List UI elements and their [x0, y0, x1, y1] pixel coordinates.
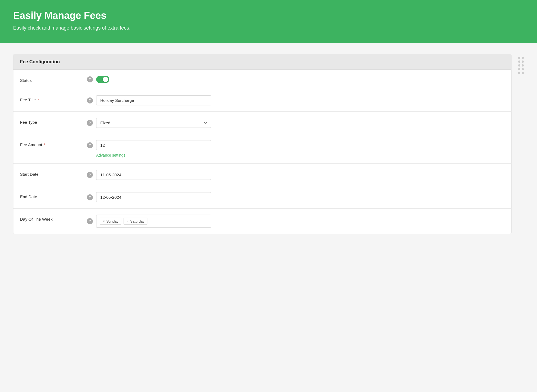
header-banner: Easily Manage Fees Easily check and mana…: [0, 0, 537, 43]
day-of-week-field-row: ? × Sunday × Saturday: [87, 215, 505, 228]
status-toggle[interactable]: [96, 76, 109, 83]
fee-type-label-col: Fee Type: [20, 118, 80, 125]
start-date-label-col: Start Date: [20, 170, 80, 177]
fee-type-help-icon[interactable]: ?: [87, 120, 93, 126]
fee-amount-required: *: [44, 142, 45, 147]
fee-title-help-icon[interactable]: ?: [87, 97, 93, 103]
fee-type-row: Fee Type ? Fixed Percentage Custom: [13, 112, 511, 134]
fee-amount-input[interactable]: [96, 140, 211, 150]
day-tag-saturday-remove[interactable]: ×: [127, 219, 128, 223]
fee-type-label: Fee Type: [20, 120, 37, 125]
dot-5-2: [522, 72, 524, 74]
end-date-label: End Date: [20, 194, 37, 199]
end-date-label-col: End Date: [20, 192, 80, 199]
start-date-row: Start Date ?: [13, 164, 511, 186]
fee-title-row: Fee Title * ?: [13, 89, 511, 112]
fee-title-input[interactable]: [96, 95, 211, 105]
fee-amount-label: Fee Amount: [20, 142, 42, 147]
fee-amount-label-col: Fee Amount *: [20, 140, 80, 147]
dot-1-2: [522, 57, 524, 59]
fee-type-field-col: ? Fixed Percentage Custom: [87, 118, 505, 128]
fee-amount-row: Fee Amount * ? Advance settings: [13, 134, 511, 164]
start-date-help-icon[interactable]: ?: [87, 172, 93, 178]
fee-amount-field-row: ?: [87, 140, 505, 150]
fee-amount-help-icon[interactable]: ?: [87, 142, 93, 148]
card-header: Fee Configuration: [13, 54, 511, 70]
end-date-field-row: ?: [87, 192, 505, 202]
dot-3-1: [518, 64, 520, 67]
page-subtitle: Easily check and manage basic settings o…: [13, 25, 524, 31]
status-label: Status: [20, 78, 32, 83]
fee-amount-field-col: ? Advance settings: [87, 140, 505, 157]
fee-title-label: Fee Title: [20, 97, 36, 102]
status-field-col: ?: [87, 76, 505, 83]
end-date-field-col: ?: [87, 192, 505, 202]
start-date-input[interactable]: [96, 170, 211, 180]
start-date-field-col: ?: [87, 170, 505, 180]
day-of-week-label: Day Of The Week: [20, 217, 53, 221]
fee-type-field-row: ? Fixed Percentage Custom: [87, 118, 505, 128]
end-date-row: End Date ?: [13, 186, 511, 209]
fee-title-field-col: ?: [87, 95, 505, 105]
end-date-input[interactable]: [96, 192, 211, 202]
dots-row-3: [518, 64, 524, 67]
status-label-col: Status: [20, 76, 80, 83]
dot-2-1: [518, 60, 520, 63]
status-row: Status ?: [13, 70, 511, 89]
status-field-row: ?: [87, 76, 505, 83]
main-content: Fee Configuration Status ? F: [0, 43, 537, 245]
dots-row-5: [518, 72, 524, 74]
dot-4-1: [518, 68, 520, 70]
day-of-week-field-col: ? × Sunday × Saturday: [87, 215, 505, 228]
day-of-week-label-col: Day Of The Week: [20, 215, 80, 221]
advance-settings-link[interactable]: Advance settings: [96, 153, 505, 157]
dot-1-1: [518, 57, 520, 59]
day-tag-sunday-label: Sunday: [106, 219, 118, 223]
start-date-field-row: ?: [87, 170, 505, 180]
start-date-label: Start Date: [20, 172, 39, 177]
day-tag-sunday-remove[interactable]: ×: [103, 219, 105, 223]
dots-row-2: [518, 60, 524, 63]
page-title: Easily Manage Fees: [13, 10, 524, 21]
dot-3-2: [522, 64, 524, 67]
dots-row-1: [518, 57, 524, 59]
dots-row-4: [518, 68, 524, 70]
card-title: Fee Configuration: [20, 59, 60, 64]
day-tag-sunday[interactable]: × Sunday: [100, 218, 121, 225]
fee-configuration-card: Fee Configuration Status ? F: [13, 54, 512, 234]
day-of-week-row: Day Of The Week ? × Sunday × Saturday: [13, 209, 511, 234]
fee-title-field-row: ?: [87, 95, 505, 105]
day-tag-saturday[interactable]: × Saturday: [124, 218, 147, 225]
status-help-icon[interactable]: ?: [87, 76, 93, 82]
day-of-week-help-icon[interactable]: ?: [87, 218, 93, 224]
side-dots: [518, 54, 524, 74]
end-date-help-icon[interactable]: ?: [87, 194, 93, 200]
dot-5-1: [518, 72, 520, 74]
day-tags-container[interactable]: × Sunday × Saturday: [96, 215, 211, 228]
fee-title-required: *: [38, 97, 39, 102]
day-tag-saturday-label: Saturday: [130, 219, 144, 223]
fee-type-select[interactable]: Fixed Percentage Custom: [96, 118, 211, 128]
toggle-thumb: [103, 77, 108, 82]
dot-2-2: [522, 60, 524, 63]
dot-4-2: [522, 68, 524, 70]
fee-title-label-col: Fee Title *: [20, 95, 80, 102]
